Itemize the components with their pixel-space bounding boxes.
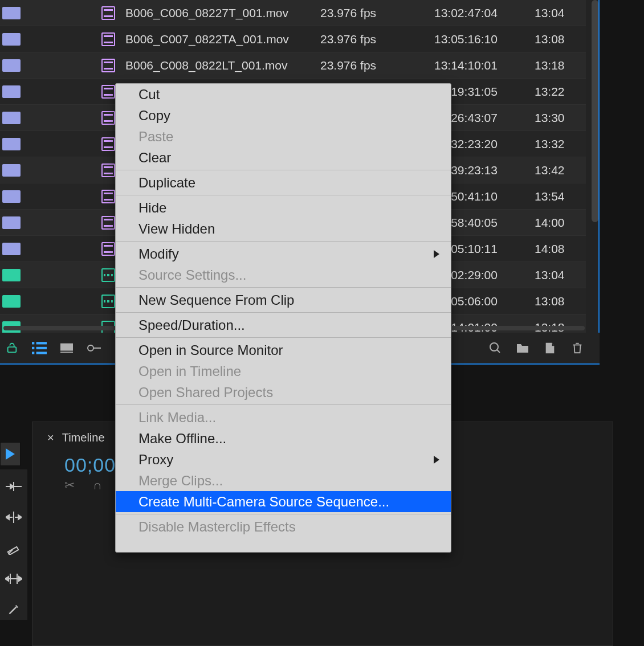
menu-speed-duration[interactable]: Speed/Duration... [116, 314, 451, 336]
clip-media-end: 13:30 [535, 111, 586, 125]
video-clip-icon [101, 32, 115, 46]
svg-rect-8 [60, 351, 73, 353]
search-icon[interactable] [487, 340, 504, 357]
clip-media-start: 13:05:16:10 [434, 32, 535, 46]
video-clip-icon [101, 85, 115, 99]
svg-marker-27 [19, 577, 22, 581]
context-menu: Cut Copy Paste Clear Duplicate Hide View… [115, 83, 451, 553]
svg-rect-2 [32, 347, 34, 349]
menu-clear[interactable]: Clear [116, 147, 451, 168]
menu-link-media: Link Media... [116, 407, 451, 428]
clip-label-color[interactable] [2, 243, 21, 255]
video-clip-icon [101, 59, 115, 72]
svg-rect-7 [60, 344, 73, 351]
list-view-icon[interactable] [31, 340, 48, 357]
svg-rect-6 [36, 352, 47, 354]
clip-label-color[interactable] [2, 112, 21, 124]
svg-rect-5 [36, 347, 47, 349]
icon-view-icon[interactable] [58, 340, 75, 357]
timeline-tab-label: Timeline [62, 431, 105, 444]
menu-view-hidden[interactable]: View Hidden [116, 218, 451, 239]
menu-new-sequence-from-clip[interactable]: New Sequence From Clip [116, 289, 451, 310]
svg-marker-13 [6, 448, 15, 460]
audio-clip-icon [101, 295, 115, 308]
chevron-right-icon [434, 250, 439, 258]
clip-label-color[interactable] [2, 190, 21, 203]
new-item-icon[interactable] [541, 340, 559, 357]
video-clip-icon [101, 190, 115, 203]
clip-label-color[interactable] [2, 164, 21, 177]
clip-media-end: 13:54 [535, 190, 586, 203]
clip-media-start: 13:14:10:01 [434, 59, 535, 72]
pen-icon[interactable] [3, 599, 24, 620]
clip-label-color[interactable] [2, 269, 21, 281]
magnet-icon[interactable]: ∩ [93, 478, 102, 493]
trash-icon[interactable] [569, 340, 586, 357]
svg-line-12 [497, 350, 500, 353]
menu-create-multicam[interactable]: Create Multi-Camera Source Sequence... [116, 491, 451, 512]
clip-media-end: 14:00 [535, 216, 586, 230]
ripple-edit-icon[interactable] [3, 507, 24, 528]
snap-icon[interactable]: ✂ [64, 478, 75, 493]
freeform-view-icon[interactable] [85, 340, 103, 357]
timeline-tools [0, 469, 27, 620]
clip-label-color[interactable] [2, 216, 21, 229]
clip-media-end: 13:42 [535, 163, 586, 177]
menu-modify[interactable]: Modify [116, 243, 451, 264]
menu-cut[interactable]: Cut [116, 84, 451, 105]
menu-make-offline[interactable]: Make Offline... [116, 428, 451, 449]
menu-hide[interactable]: Hide [116, 197, 451, 218]
clip-media-end: 14:08 [535, 242, 586, 256]
clip-media-end: 13:08 [535, 295, 586, 308]
svg-rect-0 [8, 347, 17, 352]
video-clip-icon [101, 137, 115, 151]
bin-row[interactable]: B006_C007_0822TA_001.mov 23.976 fps 13:0… [0, 26, 586, 52]
svg-rect-1 [32, 342, 34, 344]
svg-marker-18 [6, 515, 9, 520]
video-clip-icon [101, 216, 115, 230]
razor-icon[interactable] [3, 538, 24, 558]
svg-rect-3 [32, 352, 34, 354]
video-clip-icon [101, 111, 115, 125]
new-bin-icon[interactable] [514, 340, 531, 357]
clip-media-end: 13:04 [535, 6, 586, 20]
timeline-timecode[interactable]: 00;00; [64, 454, 122, 476]
svg-marker-26 [5, 577, 9, 581]
clip-name: B006_C006_08227T_001.mov [115, 6, 320, 20]
menu-merge-clips: Merge Clips... [116, 470, 451, 491]
menu-paste: Paste [116, 126, 451, 147]
source-play-button[interactable] [0, 442, 21, 466]
menu-disable-masterclip-effects: Disable Masterclip Effects [116, 516, 451, 537]
video-clip-icon [101, 6, 115, 20]
menu-open-source-monitor[interactable]: Open in Source Monitor [116, 340, 451, 361]
clip-label-color[interactable] [2, 33, 21, 46]
bin-row[interactable]: B006_C006_08227T_001.mov 23.976 fps 13:0… [0, 0, 586, 26]
video-clip-icon [101, 242, 115, 256]
clip-media-end: 13:04 [535, 268, 586, 282]
slip-icon[interactable] [3, 569, 24, 589]
clip-media-end: 13:18 [535, 59, 586, 72]
bin-scrollbar[interactable] [592, 0, 598, 222]
clip-label-color[interactable] [2, 138, 21, 150]
close-icon[interactable]: × [47, 431, 54, 444]
svg-point-11 [490, 343, 498, 351]
clip-media-end: 13:22 [535, 85, 586, 99]
clip-label-color[interactable] [2, 59, 21, 72]
menu-source-settings: Source Settings... [116, 264, 451, 285]
clip-framerate: 23.976 fps [320, 32, 434, 46]
clip-label-color[interactable] [2, 295, 21, 308]
menu-proxy[interactable]: Proxy [116, 449, 451, 470]
clip-name: B006_C007_0822TA_001.mov [115, 32, 320, 46]
bin-row[interactable]: B006_C008_0822LT_001.mov 23.976 fps 13:1… [0, 52, 586, 79]
menu-open-in-timeline: Open in Timeline [116, 361, 451, 382]
clip-media-end: 13:08 [535, 32, 586, 46]
clip-label-color[interactable] [2, 7, 21, 19]
chevron-right-icon [434, 456, 439, 464]
menu-copy[interactable]: Copy [116, 105, 451, 126]
svg-point-9 [88, 345, 93, 351]
ripple-insert-icon[interactable] [3, 476, 24, 497]
clip-label-color[interactable] [2, 85, 21, 98]
lock-icon[interactable] [3, 340, 21, 357]
timeline-tab[interactable]: ×Timeline [47, 431, 105, 444]
menu-duplicate[interactable]: Duplicate [116, 172, 451, 193]
